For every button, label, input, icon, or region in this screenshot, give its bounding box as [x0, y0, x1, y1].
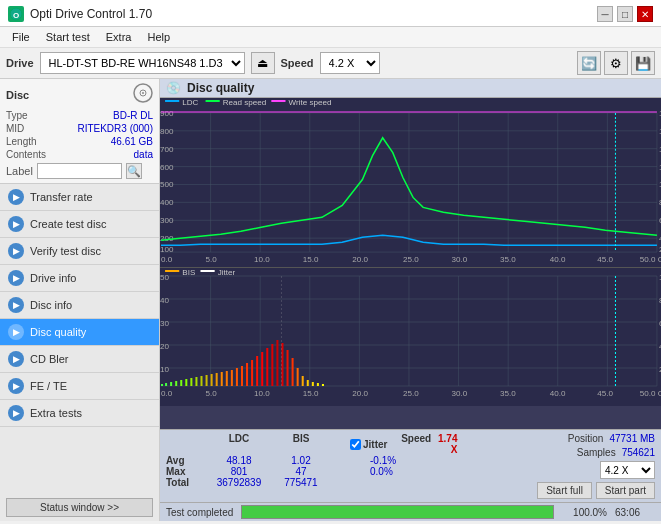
svg-text:15.0: 15.0	[303, 255, 319, 264]
total-bis: 775471	[276, 477, 326, 488]
avg-row: Avg 48.18 1.02 -0.1%	[166, 455, 501, 466]
svg-rect-115	[241, 366, 243, 386]
max-row: Max 801 47 0.0%	[166, 466, 501, 477]
titlebar-left: O Opti Drive Control 1.70	[8, 6, 152, 22]
svg-rect-101	[170, 382, 172, 386]
sidebar-item-verify-test-disc[interactable]: ▶ Verify test disc	[0, 238, 159, 265]
svg-text:50: 50	[160, 273, 170, 282]
avg-ldc: 48.18	[204, 455, 274, 466]
verify-test-disc-icon: ▶	[8, 243, 24, 259]
sidebar-item-disc-quality[interactable]: ▶ Disc quality	[0, 319, 159, 346]
speed-select[interactable]: 4.2 X	[320, 52, 380, 74]
svg-rect-104	[185, 379, 187, 386]
sidebar-item-fe-te[interactable]: ▶ FE / TE	[0, 373, 159, 400]
disc-label-button[interactable]: 🔍	[126, 163, 142, 179]
status-window-button[interactable]: Status window >>	[6, 498, 153, 517]
progress-time: 63:06	[615, 507, 655, 518]
svg-text:5.0: 5.0	[206, 255, 218, 264]
total-ldc: 36792839	[204, 477, 274, 488]
fe-te-label: FE / TE	[30, 380, 67, 392]
svg-text:20.0: 20.0	[352, 389, 368, 398]
disc-contents-row: Contents data	[6, 149, 153, 160]
bis-column-header: BIS	[276, 433, 326, 455]
svg-rect-129	[312, 382, 314, 386]
toolbar-icons: 🔄 ⚙ 💾	[577, 51, 655, 75]
refresh-button[interactable]: 🔄	[577, 51, 601, 75]
chart1-svg: 900 800 700 600 500 400 300 200 100 18X …	[160, 98, 661, 267]
save-button[interactable]: 💾	[631, 51, 655, 75]
fe-te-icon: ▶	[8, 378, 24, 394]
svg-text:45.0: 45.0	[597, 255, 613, 264]
sidebar-item-extra-tests[interactable]: ▶ Extra tests	[0, 400, 159, 427]
svg-rect-58	[271, 100, 285, 102]
disc-quality-header-icon: 💿	[166, 81, 181, 95]
svg-rect-126	[297, 368, 299, 386]
sidebar-item-disc-info[interactable]: ▶ Disc info	[0, 292, 159, 319]
sidebar-item-transfer-rate[interactable]: ▶ Transfer rate	[0, 184, 159, 211]
svg-rect-118	[256, 356, 258, 386]
speed-stat-value: 1.74 X	[438, 433, 457, 455]
eject-button[interactable]: ⏏	[251, 52, 275, 74]
svg-text:30: 30	[160, 319, 170, 328]
speed-label: Speed	[281, 57, 314, 69]
svg-text:800: 800	[160, 127, 174, 136]
svg-rect-61	[160, 268, 661, 406]
max-jitter: 0.0%	[370, 466, 450, 477]
verify-test-disc-label: Verify test disc	[30, 245, 101, 257]
samples-label: Samples	[577, 447, 616, 458]
jitter-checkbox[interactable]	[350, 439, 361, 450]
disc-info-label: Disc info	[30, 299, 72, 311]
svg-rect-108	[206, 375, 208, 386]
svg-text:0.0: 0.0	[161, 255, 173, 264]
extra-tests-label: Extra tests	[30, 407, 82, 419]
svg-text:600: 600	[160, 163, 174, 172]
minimize-button[interactable]: ─	[597, 6, 613, 22]
svg-text:5.0: 5.0	[206, 389, 218, 398]
drive-select[interactable]: HL-DT-ST BD-RE WH16NS48 1.D3	[40, 52, 245, 74]
svg-rect-119	[261, 352, 263, 386]
svg-rect-128	[307, 380, 309, 386]
progress-track	[241, 505, 554, 519]
content-area: 💿 Disc quality	[160, 79, 661, 521]
ldc-column-header: LDC	[204, 433, 274, 455]
svg-text:300: 300	[160, 216, 174, 225]
menu-extra[interactable]: Extra	[98, 29, 140, 45]
menu-start-test[interactable]: Start test	[38, 29, 98, 45]
svg-text:10: 10	[160, 365, 170, 374]
svg-rect-114	[236, 368, 238, 386]
svg-rect-135	[200, 270, 214, 272]
progress-fill	[242, 506, 553, 518]
stats-header-row: LDC BIS Jitter Speed 1.74 X	[166, 433, 501, 455]
start-buttons-row: Start full Start part	[537, 482, 655, 499]
sidebar-item-create-test-disc[interactable]: ▶ Create test disc	[0, 211, 159, 238]
disc-panel-icon	[133, 83, 153, 106]
svg-text:15.0: 15.0	[303, 389, 319, 398]
disc-panel-title: Disc	[6, 89, 29, 101]
menu-help[interactable]: Help	[139, 29, 178, 45]
close-button[interactable]: ✕	[637, 6, 653, 22]
stats-table: LDC BIS Jitter Speed 1.74 X Avg 48.18	[166, 433, 501, 488]
settings-button[interactable]: ⚙	[604, 51, 628, 75]
sidebar: Disc Type BD-R DL MID RITEKDR3 (000) Len…	[0, 79, 160, 521]
sidebar-item-drive-info[interactable]: ▶ Drive info	[0, 265, 159, 292]
svg-rect-120	[266, 348, 268, 386]
drive-info-icon: ▶	[8, 270, 24, 286]
position-row: Position 47731 MB	[568, 433, 655, 444]
menu-file[interactable]: File	[4, 29, 38, 45]
progress-bar-section: Test completed 100.0% 63:06	[160, 502, 661, 521]
svg-text:25.0: 25.0	[403, 389, 419, 398]
start-part-button[interactable]: Start part	[596, 482, 655, 499]
svg-rect-124	[287, 350, 289, 386]
speed-start-select[interactable]: 4.2 X	[600, 461, 655, 479]
svg-rect-123	[281, 343, 283, 386]
maximize-button[interactable]: □	[617, 6, 633, 22]
disc-label-input[interactable]	[37, 163, 122, 179]
svg-rect-100	[165, 383, 167, 386]
extra-tests-icon: ▶	[8, 405, 24, 421]
samples-value: 754621	[622, 447, 655, 458]
start-full-button[interactable]: Start full	[537, 482, 592, 499]
svg-text:10.0: 10.0	[254, 389, 270, 398]
svg-text:900: 900	[160, 109, 174, 118]
svg-text:40: 40	[160, 296, 170, 305]
sidebar-item-cd-bler[interactable]: ▶ CD Bler	[0, 346, 159, 373]
